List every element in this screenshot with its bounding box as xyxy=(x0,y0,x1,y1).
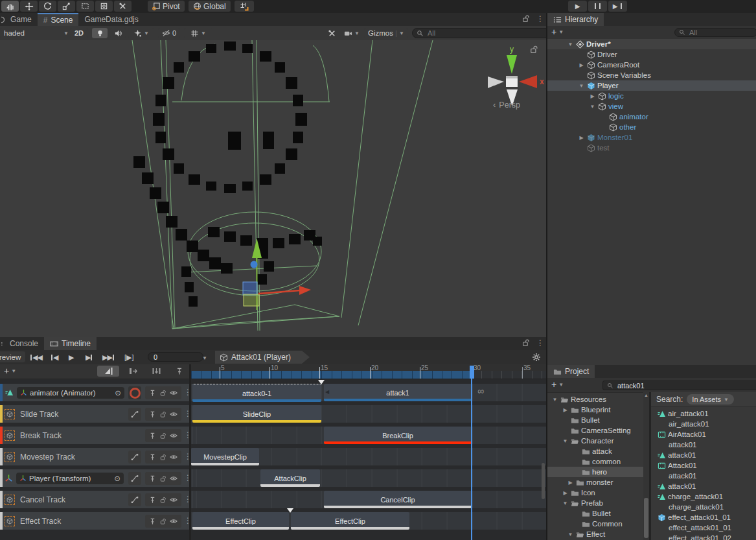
expanded-arrow-icon[interactable]: ▼ xyxy=(562,500,569,506)
folder-resources[interactable]: ▼Resources xyxy=(551,394,606,405)
hand-tool-button[interactable] xyxy=(1,1,19,12)
lane-slide[interactable]: SlideClip xyxy=(191,405,546,423)
rect-tool-button[interactable] xyxy=(76,1,94,12)
expanded-arrow-icon[interactable]: ▼ xyxy=(567,41,574,47)
folder-monster[interactable]: ▶monster xyxy=(567,477,613,487)
track-header-break[interactable]: Break Track ⋮ xyxy=(0,427,189,444)
folder-attack[interactable]: attack xyxy=(573,446,612,456)
curves-icon[interactable] xyxy=(131,410,139,418)
player-binding-field[interactable]: Player (Transform) ⊙ xyxy=(16,473,124,484)
eye-icon[interactable] xyxy=(170,497,178,503)
result-attack01-timeline[interactable]: Attack01 xyxy=(658,460,697,471)
eye-icon[interactable] xyxy=(170,475,178,482)
lock-icon[interactable] xyxy=(160,390,166,397)
hierarchy-item-view[interactable]: ▼ view xyxy=(589,101,623,112)
scene-menu-icon[interactable]: ⋮ xyxy=(536,14,544,23)
grid-snap-button[interactable] xyxy=(235,1,254,12)
tab-project[interactable]: Project xyxy=(547,365,595,378)
pin-icon[interactable] xyxy=(149,390,156,397)
preview-toggle-button[interactable]: review xyxy=(0,351,25,362)
folder-icon-dir[interactable]: ▶Icon xyxy=(562,487,595,498)
frame-input[interactable] xyxy=(152,353,199,362)
lock-icon[interactable] xyxy=(160,432,166,440)
tab-hierarchy[interactable]: Hierarchy xyxy=(547,13,604,26)
timeline-settings-gear-icon[interactable] xyxy=(532,353,541,362)
tab-scene[interactable]: # Scene xyxy=(38,13,79,26)
curves-icon[interactable] xyxy=(131,453,139,461)
clip-effectclip-1[interactable]: EffectClip xyxy=(192,512,289,530)
eye-icon[interactable] xyxy=(170,411,178,417)
pin-icon[interactable] xyxy=(149,518,156,525)
curves-icon[interactable] xyxy=(131,475,139,482)
folder-character[interactable]: ▼Character xyxy=(562,436,614,446)
record-button[interactable] xyxy=(128,386,141,399)
eye-icon[interactable] xyxy=(170,518,178,524)
playhead-line[interactable] xyxy=(471,370,472,540)
lock-icon[interactable] xyxy=(160,518,166,525)
result-effect-attack01-02[interactable]: effect_attack01_02 xyxy=(669,533,731,540)
transform-tool-button[interactable] xyxy=(95,1,113,12)
collapsed-arrow-icon[interactable]: ▶ xyxy=(578,135,585,141)
lane-movestep[interactable]: MovestepClip xyxy=(191,448,546,465)
eye-icon[interactable] xyxy=(170,454,178,460)
folder-prefab[interactable]: ▼Prefab xyxy=(562,498,603,508)
pause-button[interactable] xyxy=(588,1,607,12)
project-search-field[interactable] xyxy=(602,381,756,390)
timeline-play-button[interactable]: ▶ xyxy=(69,353,73,362)
project-search-input[interactable] xyxy=(616,381,753,390)
result-airattack01-timeline[interactable]: AirAttack01 xyxy=(658,429,706,440)
marker-toggle-button[interactable] xyxy=(171,366,188,377)
folder-prefab-bullet[interactable]: Bullet xyxy=(573,508,611,519)
tab-game[interactable]: Game xyxy=(0,13,38,26)
curves-icon[interactable] xyxy=(131,496,139,504)
step-button[interactable]: ▶ xyxy=(608,1,627,12)
ripple-mode-button[interactable] xyxy=(123,366,143,377)
timeline-breadcrumb[interactable]: Attack01 (Player) xyxy=(215,351,314,364)
lane-cancel[interactable]: CancelClip xyxy=(191,491,546,508)
replace-mode-button[interactable] xyxy=(146,366,166,377)
track-header-player-transform[interactable]: Player (Transform) ⊙ ⋮ xyxy=(0,469,189,487)
hierarchy-add-button[interactable]: +▼ xyxy=(551,27,564,37)
expanded-arrow-icon[interactable]: ▼ xyxy=(551,397,558,403)
scene-orientation-gizmo[interactable]: y x xyxy=(483,44,545,109)
2d-toggle-button[interactable]: 2D xyxy=(70,28,88,38)
clip-slideclip[interactable]: SlideClip xyxy=(192,405,321,423)
hierarchy-item-test[interactable]: test xyxy=(578,143,610,153)
pin-icon[interactable] xyxy=(149,454,156,461)
global-toggle-button[interactable]: Global xyxy=(189,1,231,12)
clip-cancelclip[interactable]: CancelClip xyxy=(324,491,472,508)
hierarchy-item-animator[interactable]: animator xyxy=(600,112,648,122)
scene-search-input[interactable] xyxy=(426,29,546,38)
folder-prefab-common[interactable]: Common xyxy=(573,519,623,529)
gizmo-lock-icon[interactable] xyxy=(530,45,538,54)
mix-mode-button[interactable] xyxy=(97,366,119,377)
folder-tree-scrollbar[interactable]: ▲ xyxy=(643,392,649,540)
pin-icon[interactable] xyxy=(149,475,156,482)
result-attack01-anim-b[interactable]: attack01 xyxy=(658,481,696,491)
frame-dropdown-icon[interactable]: ▼ xyxy=(202,355,207,361)
add-track-button[interactable]: +▼ xyxy=(4,366,16,376)
result-air-attack01-anim[interactable]: air_attack01 xyxy=(658,408,709,419)
folder-hero[interactable]: hero xyxy=(573,467,607,477)
result-charge-attack01-anim[interactable]: charge_attack01 xyxy=(658,491,723,502)
pin-icon[interactable] xyxy=(149,497,156,504)
result-attack01-a[interactable]: attack01 xyxy=(669,440,696,450)
scene-search-field[interactable] xyxy=(412,28,551,38)
timeline-lock-icon[interactable] xyxy=(522,339,530,347)
track-header-animator[interactable]: animator (Animator) ⊙ ⋮ xyxy=(0,384,189,401)
clip-effectclip-2[interactable]: EffectClip xyxy=(291,512,409,530)
lane-effect[interactable]: EffectClip EffectClip xyxy=(191,512,546,530)
clip-attack0-1[interactable]: attack0-1 xyxy=(192,384,321,402)
track-header-cancel[interactable]: Cancel Track ⋮ xyxy=(0,491,189,508)
hierarchy-item-monster01[interactable]: ▶ Monster01 xyxy=(578,132,632,143)
expanded-arrow-icon[interactable]: ▼ xyxy=(562,438,569,444)
folder-blueprint[interactable]: ▶Blueprint xyxy=(562,405,610,415)
result-effect-attack01-01-prefab[interactable]: effect_attack01_01 xyxy=(658,512,731,522)
next-frame-button[interactable]: ▶ xyxy=(86,353,93,362)
timeline-marker[interactable] xyxy=(318,380,325,384)
scene-camera-dropdown[interactable]: ▼ xyxy=(341,28,363,38)
animator-binding-field[interactable]: animator (Animator) ⊙ xyxy=(17,387,124,399)
timeline-menu-icon[interactable]: ⋮ xyxy=(536,338,544,347)
collapsed-arrow-icon[interactable]: ▶ xyxy=(567,480,574,486)
scrollbar-thumb[interactable] xyxy=(644,498,648,538)
